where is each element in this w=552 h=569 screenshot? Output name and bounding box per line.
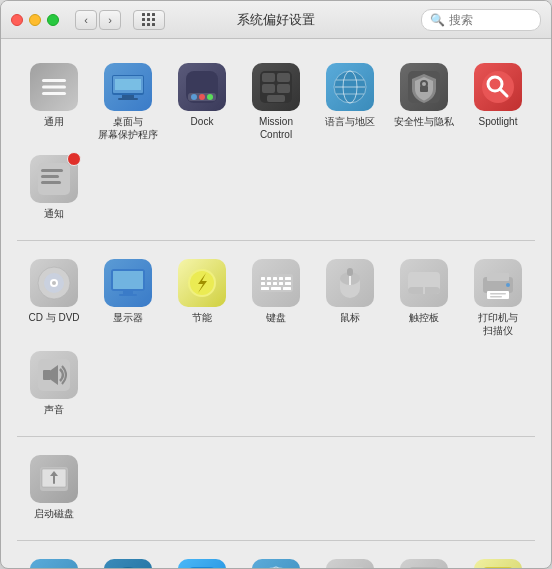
svg-point-11 [199, 94, 205, 100]
pref-mouse[interactable]: 鼠标 [313, 253, 387, 341]
pref-notification[interactable]: 通知 [17, 149, 91, 224]
svg-rect-5 [122, 95, 134, 98]
pref-startup[interactable]: 启动磁盘 [17, 449, 91, 524]
pref-trackpad[interactable]: 触控板 [387, 253, 461, 341]
search-box[interactable]: 🔍 [421, 9, 541, 31]
svg-rect-50 [273, 277, 277, 280]
svg-rect-18 [267, 95, 285, 102]
svg-rect-0 [42, 79, 66, 82]
minimize-button[interactable] [29, 14, 41, 26]
svg-point-82 [112, 567, 144, 568]
mission-label: Mission Control [259, 115, 293, 141]
dock-icon [178, 63, 226, 111]
pref-keyboard[interactable]: 键盘 [239, 253, 313, 341]
svg-rect-16 [262, 84, 275, 93]
close-button[interactable] [11, 14, 23, 26]
svg-rect-52 [285, 277, 291, 280]
pref-language[interactable]: 语言与地区 [313, 57, 387, 145]
divider3 [17, 540, 535, 541]
energy-label: 节能 [192, 311, 212, 324]
spotlight-icon [474, 63, 522, 111]
titlebar: ‹ › 系统偏好设置 🔍 [1, 1, 551, 39]
grid-view-button[interactable] [133, 10, 165, 30]
svg-rect-2 [42, 92, 66, 95]
svg-rect-6 [118, 98, 138, 100]
printer-icon [474, 259, 522, 307]
language-icon [326, 63, 374, 111]
section3-grid: 启动磁盘 [17, 449, 535, 524]
section-startup: 启动磁盘 [1, 441, 551, 536]
printer-label: 打印机与 扫描仪 [478, 311, 518, 337]
keyboard-label: 键盘 [266, 311, 286, 324]
window-title: 系统偏好设置 [237, 11, 315, 29]
pref-general[interactable]: 通用 [17, 57, 91, 145]
security-label: 安全性与隐私 [394, 115, 454, 128]
forward-button[interactable]: › [99, 10, 121, 30]
pref-printer[interactable]: 打印机与 扫描仪 [461, 253, 535, 341]
svg-rect-58 [261, 287, 269, 290]
svg-point-28 [482, 71, 514, 103]
section2-grid: CD 与 DVD 显示器 节能 [17, 253, 535, 420]
svg-rect-64 [347, 268, 353, 276]
svg-point-39 [52, 281, 56, 285]
general-icon [30, 63, 78, 111]
svg-rect-84 [186, 567, 218, 568]
pref-energy[interactable]: 节能 [165, 253, 239, 341]
svg-rect-17 [277, 84, 290, 93]
cddvd-label: CD 与 DVD [28, 311, 79, 324]
pref-bluetooth[interactable]: 蓝牙 [313, 553, 387, 568]
section-internet: iCloud @ 互联网 帐户 App Store [1, 545, 551, 568]
search-icon: 🔍 [430, 13, 445, 27]
pref-extensions[interactable]: 扩展 [387, 553, 461, 568]
pref-icloud[interactable]: iCloud [17, 553, 91, 568]
svg-rect-92 [334, 567, 366, 568]
svg-rect-31 [38, 163, 70, 195]
pref-network[interactable]: 网络 [239, 553, 313, 568]
cddvd-icon [30, 259, 78, 307]
svg-rect-1 [42, 86, 66, 89]
system-preferences-window: ‹ › 系统偏好设置 🔍 通用 [0, 0, 552, 569]
bluetooth-icon [326, 559, 374, 568]
pref-spotlight[interactable]: Spotlight [461, 57, 535, 145]
mouse-icon [326, 259, 374, 307]
desktop-icon [104, 63, 152, 111]
display-icon [104, 259, 152, 307]
spotlight-label: Spotlight [479, 115, 518, 128]
pref-security[interactable]: 安全性与隐私 [387, 57, 461, 145]
display-label: 显示器 [113, 311, 143, 324]
sound-label: 声音 [44, 403, 64, 416]
pref-display[interactable]: 显示器 [91, 253, 165, 341]
icloud-icon [30, 559, 78, 568]
svg-rect-32 [41, 169, 63, 172]
pref-mission[interactable]: Mission Control [239, 57, 313, 145]
pref-cddvd[interactable]: CD 与 DVD [17, 253, 91, 341]
pref-sound[interactable]: 声音 [17, 345, 91, 420]
maximize-button[interactable] [47, 14, 59, 26]
pref-desktop[interactable]: 桌面与 屏幕保护程序 [91, 57, 165, 145]
startup-icon [30, 455, 78, 503]
svg-rect-70 [487, 291, 509, 299]
back-button[interactable]: ‹ [75, 10, 97, 30]
svg-rect-75 [43, 370, 51, 380]
traffic-lights [11, 14, 59, 26]
sound-icon [30, 351, 78, 399]
svg-point-12 [207, 94, 213, 100]
svg-rect-95 [482, 567, 514, 568]
search-input[interactable] [449, 13, 539, 27]
svg-rect-49 [267, 277, 271, 280]
pref-internet[interactable]: @ 互联网 帐户 [91, 553, 165, 568]
grid-icon [142, 13, 156, 27]
svg-rect-57 [285, 282, 291, 285]
svg-rect-42 [113, 271, 143, 289]
svg-rect-34 [41, 181, 61, 184]
sharing-icon [474, 559, 522, 568]
section-hardware: CD 与 DVD 显示器 节能 [1, 245, 551, 432]
svg-rect-48 [261, 277, 265, 280]
pref-dock[interactable]: Dock [165, 57, 239, 145]
extensions-icon [400, 559, 448, 568]
notification-icon [30, 155, 78, 203]
svg-rect-69 [487, 273, 509, 281]
svg-rect-43 [123, 291, 133, 294]
pref-sharing[interactable]: 共享 [461, 553, 535, 568]
pref-appstore[interactable]: App Store [165, 553, 239, 568]
